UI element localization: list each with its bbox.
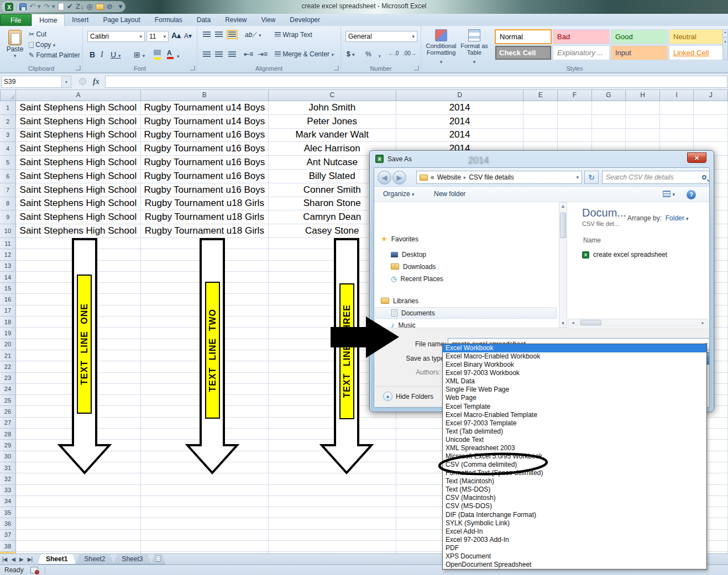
views-button[interactable]: ▾ — [663, 190, 675, 198]
cell[interactable] — [269, 462, 396, 473]
insert-function-icon[interactable]: fx — [93, 77, 99, 86]
cell[interactable] — [523, 115, 558, 129]
file-type-option-csv-ms-dos-[interactable]: CSV (MS-DOS) — [443, 502, 706, 510]
cell[interactable] — [269, 451, 396, 462]
cell[interactable] — [16, 328, 141, 339]
row-header-19[interactable]: 19 — [0, 328, 16, 339]
file-type-option-text-ms-dos-[interactable]: Text (MS-DOS) — [443, 486, 706, 494]
sheet-tab-sheet3[interactable]: Sheet3 — [113, 554, 151, 565]
column-header-F[interactable]: F — [558, 90, 592, 101]
cell[interactable]: Rugby Tournament u16 Boys — [141, 183, 269, 197]
cell[interactable] — [269, 429, 396, 440]
cell[interactable] — [16, 440, 141, 451]
cell[interactable]: Rugby Tournament u18 Girls — [141, 197, 269, 211]
file-type-option-excel-97-2003-template[interactable]: Excel 97-2003 Template — [443, 419, 706, 428]
cell[interactable] — [626, 129, 660, 143]
macro-record-icon[interactable] — [30, 567, 38, 573]
cell[interactable]: Rugby Tournament u18 Girls — [141, 210, 269, 224]
row-header-36[interactable]: 36 — [0, 518, 16, 529]
font-dialog-launcher[interactable] — [190, 66, 195, 71]
orientation-button[interactable]: ab⟋ ▾ — [245, 31, 261, 39]
more-icon[interactable]: ▾ — [119, 2, 123, 11]
ribbon-tab-formulas[interactable]: Formulas — [148, 14, 190, 26]
row-header-10[interactable]: 10 — [0, 224, 16, 238]
cell[interactable] — [141, 418, 269, 429]
row-header-4[interactable]: 4 — [0, 142, 16, 156]
cell[interactable] — [16, 395, 141, 406]
cell[interactable] — [694, 129, 728, 143]
row-header-13[interactable]: 13 — [0, 261, 16, 272]
decrease-decimal-button[interactable]: .00→ — [403, 50, 416, 56]
cell[interactable] — [523, 129, 558, 143]
gallery-scrollbar[interactable]: ▲—▼ — [722, 29, 728, 60]
file-type-option-microsoft-excel-5-0-95-workbook[interactable]: Microsoft Excel 5.0/95 Workbook — [443, 452, 706, 461]
name-column-header[interactable]: Name — [583, 236, 601, 244]
cell[interactable] — [141, 272, 269, 283]
file-type-option-excel-workbook[interactable]: Excel Workbook — [443, 344, 706, 352]
formula-bar-button[interactable] — [79, 78, 86, 85]
cell[interactable] — [269, 440, 396, 451]
cell[interactable] — [141, 429, 269, 440]
cell[interactable] — [141, 530, 269, 541]
row-header-16[interactable]: 16 — [0, 294, 16, 305]
cell[interactable] — [16, 507, 141, 518]
open-folder-icon[interactable] — [96, 4, 104, 10]
column-header-D[interactable]: D — [396, 90, 524, 101]
row-header-3[interactable]: 3 — [0, 129, 16, 143]
last-sheet-button[interactable]: ▶| — [25, 554, 34, 562]
decrease-indent-button[interactable]: ⇤≡ — [244, 50, 253, 58]
cell[interactable] — [660, 115, 694, 129]
nav-item-documents[interactable]: Documents — [375, 307, 557, 319]
breadcrumb[interactable]: « Website ▸ CSV file details ▾ — [416, 171, 582, 184]
cell[interactable] — [592, 101, 626, 115]
cell[interactable] — [16, 283, 141, 294]
file-type-option-excel-macro-enabled-workbook[interactable]: Excel Macro-Enabled Workbook — [443, 352, 706, 361]
column-header-J[interactable]: J — [694, 90, 728, 101]
cell[interactable]: Saint Stephens High School — [16, 101, 141, 115]
file-type-option-opendocument-spreadsheet[interactable]: OpenDocument Spreadsheet — [443, 561, 706, 569]
format-painter-button[interactable]: ✎ Format Painter — [29, 51, 80, 59]
prev-sheet-button[interactable]: ◀ — [9, 554, 17, 562]
file-type-option-text-tab-delimited-[interactable]: Text (Tab delimited) — [443, 428, 706, 436]
row-header-22[interactable]: 22 — [0, 361, 16, 372]
cell[interactable] — [141, 462, 269, 473]
refresh-button[interactable]: ↻ — [584, 171, 599, 184]
cell[interactable] — [141, 518, 269, 529]
new-folder-button[interactable]: New folder — [434, 190, 465, 198]
forward-button[interactable]: ▶ — [392, 171, 406, 184]
save-icon[interactable] — [19, 3, 27, 10]
cell[interactable] — [141, 238, 269, 249]
row-header-11[interactable]: 11 — [0, 238, 16, 249]
file-type-option-xml-data[interactable]: XML Data — [443, 377, 706, 386]
cell[interactable] — [141, 373, 269, 384]
column-header-A[interactable]: A — [16, 90, 141, 101]
cell[interactable]: Saint Stephens High School — [16, 210, 141, 224]
file-type-option-single-file-web-page[interactable]: Single File Web Page — [443, 386, 706, 394]
cell[interactable]: Rugby Tournament u16 Boys — [141, 170, 269, 183]
cell-style-explanatory-[interactable]: Explanatory ... — [553, 45, 610, 60]
file-type-option-formatted-text-space-delimited-[interactable]: Formatted Text (Space delimited) — [443, 469, 706, 477]
sheet-tab-sheet1[interactable]: Sheet1 — [38, 554, 76, 565]
row-header-9[interactable]: 9 — [0, 210, 16, 224]
cell[interactable]: 2014 — [396, 101, 524, 115]
attach-icon[interactable]: ⊘ — [107, 2, 113, 11]
row-header-21[interactable]: 21 — [0, 350, 16, 361]
column-header-C[interactable]: C — [269, 90, 396, 101]
cell[interactable] — [558, 129, 592, 143]
file-type-option-excel-macro-enabled-template[interactable]: Excel Macro-Enabled Template — [443, 411, 706, 419]
cell[interactable] — [16, 373, 141, 384]
file-type-option-csv-comma-delimited-[interactable]: CSV (Comma delimited) — [443, 461, 706, 469]
formula-input[interactable] — [105, 76, 727, 88]
cell[interactable] — [141, 384, 269, 395]
cell[interactable]: Saint Stephens High School — [16, 197, 141, 211]
font-color-arrow[interactable]: ▾ — [177, 54, 180, 59]
cell[interactable] — [141, 541, 269, 552]
row-header-34[interactable]: 34 — [0, 496, 16, 507]
help-button[interactable]: ? — [687, 190, 696, 199]
cell[interactable] — [141, 350, 269, 361]
row-header-32[interactable]: 32 — [0, 473, 16, 484]
cell[interactable] — [141, 283, 269, 294]
cell[interactable]: Saint Stephens High School — [16, 156, 141, 170]
breadcrumb-csv-details[interactable]: CSV file details — [469, 173, 514, 181]
file-item[interactable]: X create excel spreadsheet — [582, 251, 667, 259]
